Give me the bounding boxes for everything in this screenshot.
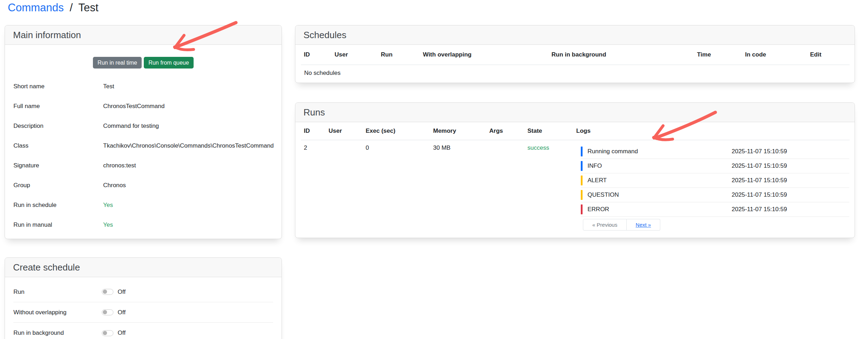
toggle-state: Off [118, 329, 125, 337]
schedules-col-in-code: In code [742, 45, 807, 65]
toggle-row-without-overlapping: Without overlapping Off [13, 302, 273, 323]
log-level-bar [581, 161, 583, 171]
runs-col-user: User [326, 122, 363, 140]
field-label: Run in manual [5, 221, 103, 228]
field-row-class: Class Tkachikov\Chronos\Console\Commands… [5, 136, 282, 156]
log-label: QUESTION [587, 191, 619, 198]
without-overlapping-toggle-switch[interactable] [102, 309, 113, 315]
log-label: ERROR [587, 206, 609, 213]
field-value: Command for testing [103, 123, 159, 130]
schedules-col-run-in-background: Run in background [549, 45, 694, 65]
runs-col-memory: Memory [430, 122, 486, 140]
schedules-col-time: Time [694, 45, 742, 65]
create-schedule-form: Run Off Without overlapping Off Run in b… [13, 282, 273, 339]
toggle-row-run: Run Off [13, 282, 273, 302]
log-timestamp: 2025-11-07 15:10:59 [732, 148, 787, 155]
log-list: Running command 2025-11-07 15:10:59 INFO… [581, 144, 849, 231]
field-label: Run in schedule [5, 202, 103, 209]
toggle-knob [103, 331, 107, 335]
field-value: Tkachikov\Chronos\Console\Commands\Chron… [103, 142, 274, 149]
log-timestamp: 2025-11-07 15:10:59 [732, 206, 787, 213]
run-logs-cell: Running command 2025-11-07 15:10:59 INFO… [573, 140, 850, 231]
run-args [486, 140, 525, 231]
field-value: Chronos [103, 182, 126, 189]
breadcrumb: Commands / Test [8, 1, 99, 14]
runs-col-state: State [525, 122, 573, 140]
log-label: Running command [587, 148, 638, 155]
run-buttons-row: Run in real time Run from queue [5, 57, 282, 69]
page: Commands / Test Main information Run in … [0, 0, 868, 339]
main-information-title: Main information [5, 25, 282, 45]
create-schedule-panel: Create schedule Run Off Without overlapp… [5, 257, 282, 339]
next-page-link[interactable]: Next » [636, 222, 651, 228]
field-row-group: Group Chronos [5, 176, 282, 195]
schedules-title: Schedules [295, 25, 855, 45]
toggle-label: Run in background [13, 329, 102, 337]
field-label: Group [5, 182, 103, 189]
run-row: 2 0 30 MB success Running command 20 [301, 140, 850, 231]
status-badge: success [527, 144, 549, 151]
field-row-description: Description Command for testing [5, 116, 282, 136]
create-schedule-title: Create schedule [5, 258, 282, 277]
schedules-empty-row: No schedules [301, 65, 850, 81]
log-level-bar [581, 190, 583, 200]
log-row: ERROR 2025-11-07 15:10:59 [581, 202, 849, 217]
log-level-bar [581, 176, 583, 185]
breadcrumb-current: Test [78, 1, 99, 14]
run-state: success [525, 140, 573, 231]
runs-col-exec: Exec (sec) [363, 122, 430, 140]
schedules-table: ID User Run With overlapping Run in back… [301, 45, 850, 81]
runs-table: ID User Exec (sec) Memory Args State Log… [301, 122, 850, 231]
toggle-state: Off [118, 289, 125, 296]
schedules-col-user: User [332, 45, 378, 65]
schedules-col-id: ID [301, 45, 332, 65]
log-timestamp: 2025-11-07 15:10:59 [732, 191, 787, 198]
schedules-col-run: Run [378, 45, 420, 65]
run-user [326, 140, 363, 231]
run-memory: 30 MB [430, 140, 486, 231]
breadcrumb-link-commands[interactable]: Commands [8, 1, 64, 14]
field-value: ChronosTestCommand [103, 103, 165, 110]
field-label: Short name [5, 83, 103, 90]
field-value: Yes [103, 221, 113, 228]
schedules-col-with-overlapping: With overlapping [420, 45, 549, 65]
runs-col-args: Args [486, 122, 525, 140]
run-in-real-time-button[interactable]: Run in real time [93, 57, 142, 69]
field-value: chronos:test [103, 162, 136, 169]
log-label: INFO [587, 162, 602, 170]
toggle-label: Without overlapping [13, 309, 102, 316]
run-from-queue-button[interactable]: Run from queue [144, 57, 194, 69]
toggle-state: Off [118, 309, 125, 316]
field-row-full-name: Full name ChronosTestCommand [5, 96, 282, 116]
log-timestamp: 2025-11-07 15:10:59 [732, 177, 787, 184]
toggle-knob [103, 290, 107, 294]
log-row: ALERT 2025-11-07 15:10:59 [581, 173, 849, 188]
field-label: Class [5, 142, 103, 149]
schedules-panel: Schedules ID User Run With overlapping R… [295, 25, 855, 83]
no-schedules-text: No schedules [301, 65, 850, 81]
toggle-row-run-in-background: Run in background Off [13, 323, 273, 339]
schedules-col-edit: Edit [807, 45, 850, 65]
log-level-bar [581, 147, 583, 156]
command-fields: Short name Test Full name ChronosTestCom… [5, 77, 282, 235]
toggle-knob [103, 310, 107, 314]
log-row: INFO 2025-11-07 15:10:59 [581, 159, 849, 173]
toggle-label: Run [13, 289, 102, 296]
field-label: Full name [5, 103, 103, 110]
field-label: Signature [5, 162, 103, 169]
run-toggle-switch[interactable] [102, 289, 113, 295]
field-row-signature: Signature chronos:test [5, 156, 282, 176]
field-value: Test [103, 83, 114, 90]
field-label: Description [5, 123, 103, 130]
next-page-button[interactable]: Next » [627, 219, 660, 231]
log-timestamp: 2025-11-07 15:10:59 [732, 162, 787, 170]
field-row-short-name: Short name Test [5, 77, 282, 96]
runs-col-logs: Logs [573, 122, 850, 140]
previous-page-button[interactable]: « Previous [583, 219, 627, 231]
run-exec: 0 [363, 140, 430, 231]
runs-title: Runs [295, 103, 855, 122]
run-id: 2 [301, 140, 326, 231]
run-in-background-toggle-switch[interactable] [102, 330, 113, 336]
logs-pagination: « Previous Next » [583, 219, 849, 231]
runs-col-id: ID [301, 122, 326, 140]
